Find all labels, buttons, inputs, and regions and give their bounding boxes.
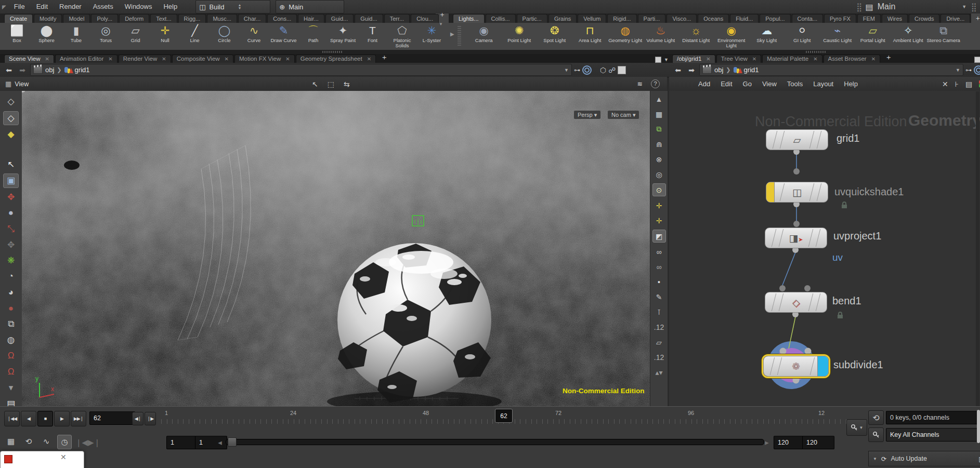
network-menu-item[interactable]: View	[757, 77, 782, 91]
pane-tab[interactable]: Geometry Spreadsheet✕	[296, 55, 376, 63]
select-mode-icon[interactable]: ↖	[312, 80, 318, 88]
close-icon[interactable]: ✕	[45, 56, 49, 62]
shelf-tab[interactable]: Model	[63, 14, 90, 23]
tool-path[interactable]: ⌒ Path	[298, 24, 328, 43]
path-root[interactable]: obj	[714, 66, 723, 74]
play-reverse-button[interactable]: ◀	[21, 411, 36, 426]
menubar-item[interactable]: Help	[158, 0, 183, 14]
node-grid1[interactable]: ▱	[766, 129, 828, 150]
view-layout-icon[interactable]: ▦	[653, 108, 665, 120]
tool-caustic-light[interactable]: ⌁ Caustic Light	[820, 24, 855, 43]
pane-corner-icon[interactable]: ◤	[0, 4, 8, 10]
keys-info-field[interactable]: 0 keys, 0/0 channels ▼	[886, 411, 980, 424]
go-end-button[interactable]: ▶▶❘	[71, 411, 86, 426]
hidden-line-icon[interactable]: ∞	[653, 246, 665, 258]
motion-fx-icon[interactable]: ∿	[40, 435, 53, 448]
pane-tab[interactable]: Motion FX View✕	[234, 55, 295, 63]
display-options-bars-icon[interactable]: ≋	[637, 80, 643, 88]
shelf-tab[interactable]: Popul...	[760, 14, 790, 23]
range-start-field[interactable]: 1	[166, 436, 199, 449]
tool-circle[interactable]: ◯ Circle	[210, 24, 239, 43]
global-anim-options-icon[interactable]: ▦	[4, 435, 18, 448]
shelf-tab[interactable]: Terr...	[384, 14, 410, 23]
tool-torus[interactable]: ◎ Torus	[91, 24, 121, 43]
tool-portal-light[interactable]: ▱ Portal Light	[855, 24, 891, 43]
tool-volume-light[interactable]: ♨ Volume Light	[643, 24, 678, 43]
channel-scope-button[interactable]: ⟲	[868, 410, 884, 425]
tool-draw-curve[interactable]: ✎ Draw Curve	[269, 24, 298, 43]
path-dropdown-icon[interactable]: ▼	[564, 68, 569, 73]
tool-spot-light[interactable]: ❂ Spot Light	[537, 24, 572, 43]
close-icon[interactable]: ✕	[285, 56, 290, 62]
shelf-tab[interactable]: Oceans	[698, 14, 729, 23]
snapshot-cube-icon[interactable]: ⬡	[600, 66, 606, 74]
translate-icon[interactable]: ✥	[4, 191, 18, 204]
shelf-tab[interactable]: Text...	[150, 14, 177, 23]
snap-icon[interactable]: Ω	[4, 365, 18, 379]
network-menu-item[interactable]: Edit	[715, 77, 737, 91]
lod-label[interactable]: .12	[653, 321, 665, 333]
anim-options-icon[interactable]: ◷	[57, 435, 72, 449]
drag-mode-icon[interactable]: ⇆	[344, 80, 350, 88]
node-label[interactable]: bend1	[832, 295, 861, 307]
select-icon[interactable]: ↖	[4, 157, 18, 171]
shelf-tab[interactable]: Rigg...	[178, 14, 206, 23]
menubar-item[interactable]: Assets	[87, 0, 119, 14]
hq-lighting-icon[interactable]: ✛	[653, 199, 665, 211]
pane-tab[interactable]: Composite View✕	[172, 55, 233, 63]
no-lights-icon[interactable]: ⊗	[653, 153, 665, 165]
shelf-tab[interactable]: Clou...	[411, 14, 439, 23]
close-icon[interactable]: ✕	[367, 56, 371, 62]
shelf-tab[interactable]: Guid...	[355, 14, 383, 23]
tool-area-light[interactable]: ⊓ Area Light	[572, 24, 608, 43]
new-tab-icon[interactable]: ＋	[377, 53, 391, 63]
node-label[interactable]: uvquickshade1	[834, 186, 904, 198]
range-slider[interactable]	[226, 439, 764, 445]
shelf-tab[interactable]: Drive...	[940, 14, 970, 23]
shelf-tab[interactable]: Modify	[34, 14, 62, 23]
shelf-tab[interactable]: Create	[4, 14, 33, 23]
shelf-tab[interactable]: Hair...	[298, 14, 324, 23]
maximize-pane-icon[interactable]	[655, 57, 661, 63]
back-button[interactable]: ⬅	[672, 65, 684, 75]
shelf-tab[interactable]: Parti...	[638, 14, 666, 23]
shelf-tab[interactable]: Fluid...	[730, 14, 759, 23]
auto-update-selector[interactable]: ▼ ⟳ Auto Update ▥	[868, 451, 980, 466]
tool-sphere[interactable]: ⬤ Sphere	[32, 24, 61, 43]
shelf-tab[interactable]: Wires	[882, 14, 908, 23]
tool-stereo-camera[interactable]: ⧉ Stereo Camera	[926, 24, 961, 43]
range-right-arrow-icon[interactable]: ▸	[763, 436, 770, 449]
tool-point-light[interactable]: ✺ Point Light	[502, 24, 537, 43]
close-icon[interactable]: ✕	[162, 56, 166, 62]
shelf-tab[interactable]: Char...	[238, 14, 266, 23]
pose-icon[interactable]: ✥	[4, 238, 18, 251]
mirror-icon[interactable]: ⧉	[4, 317, 18, 331]
range-end-field[interactable]: 120	[774, 436, 806, 449]
shelf-tab[interactable]: Deform	[119, 14, 149, 23]
tool-gi-light[interactable]: ⚪ GI Light	[785, 24, 820, 43]
stamp-icon[interactable]: ▱	[653, 336, 665, 348]
desktop-selector[interactable]: ◫ Build ▲▼	[195, 0, 270, 14]
shelf-tab[interactable]: Cons...	[267, 14, 297, 23]
display-flag[interactable]	[817, 356, 828, 376]
tool-geometry-light[interactable]: ◍ Geometry Light	[608, 24, 643, 43]
projection-selector[interactable]: Persp ▾	[574, 111, 600, 119]
prev-key-icon[interactable]: ❘◀	[77, 436, 86, 449]
new-tab-icon[interactable]: ＋	[881, 53, 896, 63]
close-icon[interactable]: ✕	[752, 56, 756, 62]
scroll-up-icon[interactable]: ▲	[653, 93, 665, 105]
pin-icon[interactable]: ⊶	[965, 66, 972, 74]
shelf-tab[interactable]: Pyro FX	[824, 14, 856, 23]
pane-tab[interactable]: Material Palette✕	[762, 55, 822, 63]
floating-window-fragment[interactable]: ✕	[0, 451, 84, 468]
maximize-pane-icon[interactable]	[974, 57, 980, 63]
tool-l-system[interactable]: ✳ L-Syster	[417, 24, 447, 43]
network-canvas[interactable]: Non-Commercial Edition Geometry ▱ grid1 …	[669, 91, 980, 406]
path-root[interactable]: obj	[45, 66, 54, 74]
node-uvproject1[interactable]: ◨➤	[765, 228, 827, 248]
range-slider-handle[interactable]	[228, 437, 237, 447]
shadows-icon[interactable]: ✛	[653, 215, 665, 226]
shelf-tab[interactable]: Grains	[548, 14, 577, 23]
menubar-item[interactable]: Render	[54, 0, 87, 14]
path-field[interactable]: obj ❯ grid1 ▼	[699, 64, 963, 76]
